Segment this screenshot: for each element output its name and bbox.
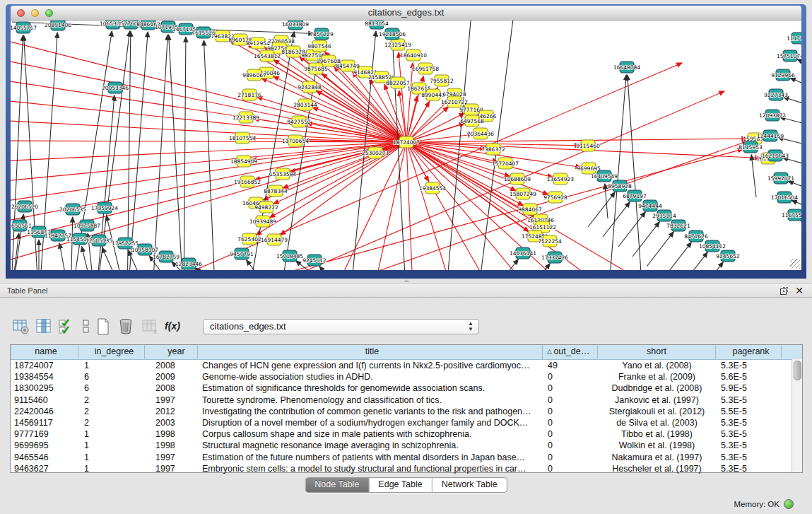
table-cell[interactable]: Franke et al. (2009) <box>598 371 716 382</box>
table-row[interactable]: 946362711997Embryonic stem cells: a mode… <box>11 463 802 474</box>
graph-edge[interactable] <box>588 192 615 227</box>
graph-node[interactable]: 11675533 <box>782 209 801 221</box>
column-header-title[interactable]: title <box>198 345 543 359</box>
table-cell[interactable]: 18724007 <box>11 360 78 371</box>
delete-table-button[interactable] <box>116 317 136 337</box>
graph-node[interactable]: 9129966 <box>771 69 795 81</box>
graph-edge[interactable] <box>696 262 723 270</box>
table-cell[interactable]: Genome-wide association studies in ADHD. <box>198 371 543 382</box>
column-header-pagerank[interactable]: pagerank <box>716 345 782 359</box>
table-cell[interactable]: 0 <box>543 463 598 474</box>
table-cell[interactable]: 5.5E-5 <box>716 406 782 417</box>
graph-edge[interactable] <box>406 142 498 270</box>
table-cell[interactable]: 1 <box>78 452 145 463</box>
graph-node[interactable]: 16648784 <box>613 62 640 73</box>
graph-edge[interactable] <box>247 260 279 270</box>
table-cell[interactable]: Corpus callosum shape and size in male p… <box>198 428 543 440</box>
minimize-window-icon[interactable] <box>31 9 39 17</box>
graph-node[interactable]: 16914479 <box>261 234 288 245</box>
graph-node[interactable]: 16961758 <box>412 63 439 74</box>
graph-node[interactable]: 17359924 <box>91 202 118 214</box>
table-cell[interactable]: Tourette syndrome. Phenomenology and cla… <box>198 395 543 406</box>
table-cell[interactable]: 19384554 <box>11 371 78 382</box>
table-cell[interactable]: 2 <box>78 417 145 428</box>
graph-node[interactable]: 12213389 <box>233 112 259 123</box>
graph-node[interactable]: 19166852 <box>234 176 261 187</box>
table-cell[interactable]: 1 <box>78 428 145 440</box>
graph-node[interactable]: 20891406 <box>45 21 71 30</box>
table-row[interactable]: 946554611997Estimation of the future num… <box>11 452 802 463</box>
graph-edge[interactable] <box>95 31 130 270</box>
table-cell[interactable]: 5.3E-5 <box>716 440 782 451</box>
table-row[interactable]: 1938455462009Genome-wide association stu… <box>11 371 802 382</box>
table-cell[interactable]: 0 <box>543 371 598 382</box>
table-cell[interactable]: de Silva et al. (2003) <box>598 417 716 428</box>
table-cell[interactable]: 9463627 <box>11 463 78 474</box>
window-titlebar[interactable]: citations_edges.txt <box>11 6 801 21</box>
graph-edge[interactable] <box>792 200 801 206</box>
table-row[interactable]: 969969511998Structural magnetic resonanc… <box>11 440 802 451</box>
table-cell[interactable]: 5.3E-5 <box>716 463 782 474</box>
table-cell[interactable]: 0 <box>543 395 598 406</box>
table-cell[interactable]: 2 <box>78 406 145 417</box>
graph-node[interactable]: 9245652 <box>716 250 740 262</box>
memory-ok-icon[interactable] <box>784 499 794 509</box>
table-cell[interactable]: Hescheler et al. (1997) <box>598 463 716 474</box>
table-cell[interactable]: Jankovic et al. (1997) <box>598 395 716 406</box>
graph-node[interactable]: 10975887 <box>73 220 100 231</box>
graph-node[interactable]: 19218506 <box>379 28 406 40</box>
table-row[interactable]: 911546021997Tourette syndrome. Phenomeno… <box>11 395 802 406</box>
graph-edge[interactable] <box>523 264 550 270</box>
float-panel-icon[interactable] <box>780 287 788 295</box>
graph-edge[interactable] <box>783 97 801 104</box>
graph-node[interactable]: 7832621 <box>666 220 690 231</box>
table-cell[interactable]: 9777169 <box>11 428 78 440</box>
graph-node[interactable]: 17337426 <box>541 252 568 263</box>
table-cell[interactable]: 0 <box>543 440 598 451</box>
table-cell[interactable]: Dudbridge et al. (2008) <box>598 382 716 394</box>
graph-node[interactable]: 15718485 <box>276 250 303 262</box>
table-cell[interactable]: Nakamura et al. (1997) <box>598 452 716 463</box>
table-cell[interactable]: Stergiakouli et al. (2012) <box>598 406 716 417</box>
graph-edge[interactable] <box>184 37 186 270</box>
table-cell[interactable]: 2 <box>78 395 145 406</box>
graph-node[interactable]: 2718176 <box>237 89 261 100</box>
new-file-button[interactable] <box>93 317 113 337</box>
graph-node[interactable]: 10939489 <box>249 216 276 227</box>
graph-edge[interactable] <box>152 35 167 270</box>
resize-grip-icon[interactable] <box>790 259 800 269</box>
graph-edge[interactable] <box>11 35 406 142</box>
graph-edge[interactable] <box>751 155 756 197</box>
graph-node[interactable]: 9756928 <box>543 192 567 203</box>
close-window-icon[interactable] <box>17 9 25 17</box>
graph-edge[interactable] <box>406 142 456 270</box>
graph-edge[interactable] <box>618 212 645 247</box>
table-cell[interactable]: 9465546 <box>11 452 78 463</box>
graph-node[interactable]: 9884067 <box>518 204 542 215</box>
graph-edge[interactable] <box>681 252 707 270</box>
table-cell[interactable]: 2009 <box>145 371 198 382</box>
table-cell[interactable]: Tibbo et al. (1998) <box>598 428 716 440</box>
graph-edge[interactable] <box>788 181 801 187</box>
zoom-window-icon[interactable] <box>45 9 53 17</box>
table-cell[interactable]: 18300295 <box>11 382 78 394</box>
column-header-in_degree[interactable]: in_degree <box>78 345 145 359</box>
table-cell[interactable]: 1 <box>78 463 145 474</box>
table-cell[interactable]: 22420046 <box>11 406 78 417</box>
graph-node[interactable]: 10854112 <box>699 240 726 252</box>
graph-node[interactable]: 9245012 <box>302 255 326 266</box>
table-cell[interactable]: 1 <box>78 440 145 451</box>
table-row[interactable]: 1456911722003Disruption of a novel membe… <box>11 417 802 428</box>
graph-edge[interactable] <box>82 247 95 270</box>
table-cell[interactable]: 14569117 <box>11 417 78 428</box>
graph-node[interactable]: 7857229 <box>310 28 334 40</box>
table-cell[interactable]: 1998 <box>145 428 198 440</box>
table-cell[interactable]: 2008 <box>145 382 198 394</box>
graph-edge[interactable] <box>632 222 659 257</box>
graph-edge[interactable] <box>281 142 406 235</box>
table-cell[interactable]: 1997 <box>145 395 198 406</box>
graph-node[interactable]: 15720407 <box>492 158 519 169</box>
table-cell[interactable]: 5.3E-5 <box>716 395 782 406</box>
graph-edge[interactable] <box>491 259 518 270</box>
graph-edge[interactable] <box>647 232 673 267</box>
